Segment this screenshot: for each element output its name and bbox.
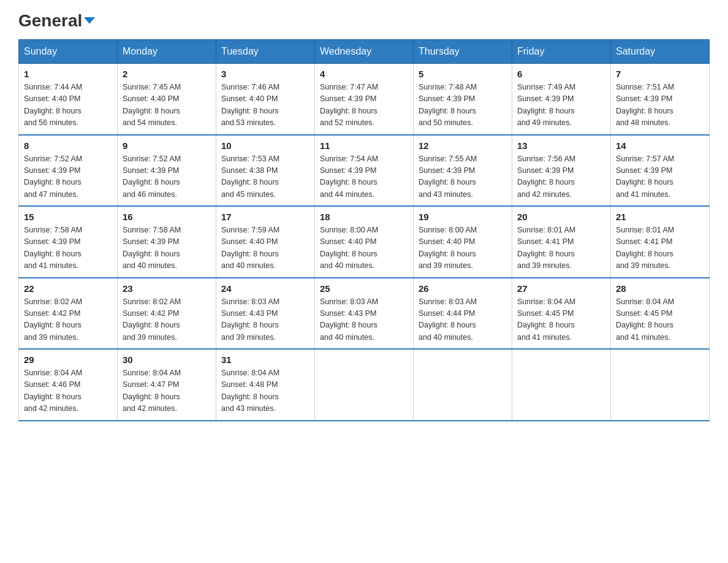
day-info: Sunrise: 7:48 AMSunset: 4:39 PMDaylight:…	[419, 82, 507, 129]
calendar-cell: 3 Sunrise: 7:46 AMSunset: 4:40 PMDayligh…	[216, 64, 315, 135]
calendar-cell: 27 Sunrise: 8:04 AMSunset: 4:45 PMDaylig…	[512, 278, 611, 350]
calendar-cell: 14 Sunrise: 7:57 AMSunset: 4:39 PMDaylig…	[611, 135, 710, 207]
day-info: Sunrise: 8:04 AMSunset: 4:47 PMDaylight:…	[123, 367, 211, 415]
calendar-cell: 2 Sunrise: 7:45 AMSunset: 4:40 PMDayligh…	[118, 64, 216, 135]
calendar-cell: 20 Sunrise: 8:01 AMSunset: 4:41 PMDaylig…	[512, 206, 611, 278]
day-number: 25	[320, 283, 408, 294]
day-info: Sunrise: 7:57 AMSunset: 4:39 PMDaylight:…	[616, 153, 704, 201]
calendar-cell: 24 Sunrise: 8:03 AMSunset: 4:43 PMDaylig…	[216, 278, 315, 350]
header-day-friday: Friday	[512, 40, 611, 64]
week-row-2: 8 Sunrise: 7:52 AMSunset: 4:39 PMDayligh…	[19, 135, 710, 207]
day-info: Sunrise: 8:00 AMSunset: 4:40 PMDaylight:…	[320, 224, 408, 272]
week-row-4: 22 Sunrise: 8:02 AMSunset: 4:42 PMDaylig…	[19, 278, 710, 350]
calendar-cell: 5 Sunrise: 7:48 AMSunset: 4:39 PMDayligh…	[414, 64, 512, 135]
day-info: Sunrise: 7:56 AMSunset: 4:39 PMDaylight:…	[517, 153, 605, 201]
day-number: 29	[24, 354, 112, 365]
day-number: 10	[221, 140, 309, 151]
calendar-cell	[611, 349, 710, 421]
day-info: Sunrise: 7:49 AMSunset: 4:39 PMDaylight:…	[517, 82, 605, 129]
header-day-saturday: Saturday	[611, 40, 710, 64]
calendar-cell: 18 Sunrise: 8:00 AMSunset: 4:40 PMDaylig…	[315, 206, 414, 278]
day-info: Sunrise: 7:58 AMSunset: 4:39 PMDaylight:…	[123, 224, 211, 272]
day-info: Sunrise: 8:04 AMSunset: 4:45 PMDaylight:…	[616, 296, 704, 344]
day-info: Sunrise: 7:59 AMSunset: 4:40 PMDaylight:…	[221, 224, 309, 272]
calendar-cell: 15 Sunrise: 7:58 AMSunset: 4:39 PMDaylig…	[19, 206, 118, 278]
day-number: 17	[221, 212, 309, 222]
calendar-cell: 7 Sunrise: 7:51 AMSunset: 4:39 PMDayligh…	[611, 64, 710, 135]
page-header: General	[18, 12, 710, 27]
day-number: 12	[419, 140, 507, 151]
header-day-tuesday: Tuesday	[216, 40, 315, 64]
day-number: 6	[517, 69, 605, 79]
day-info: Sunrise: 7:45 AMSunset: 4:40 PMDaylight:…	[123, 82, 211, 129]
calendar-cell: 10 Sunrise: 7:53 AMSunset: 4:38 PMDaylig…	[216, 135, 315, 207]
day-info: Sunrise: 8:03 AMSunset: 4:44 PMDaylight:…	[419, 296, 507, 344]
day-number: 28	[616, 283, 704, 294]
header-day-sunday: Sunday	[19, 40, 118, 64]
header-row: SundayMondayTuesdayWednesdayThursdayFrid…	[19, 40, 710, 64]
calendar-cell: 12 Sunrise: 7:55 AMSunset: 4:39 PMDaylig…	[414, 135, 512, 207]
calendar-cell: 31 Sunrise: 8:04 AMSunset: 4:48 PMDaylig…	[216, 349, 315, 421]
header-day-wednesday: Wednesday	[315, 40, 414, 64]
day-number: 23	[123, 283, 211, 294]
calendar-cell: 6 Sunrise: 7:49 AMSunset: 4:39 PMDayligh…	[512, 64, 611, 135]
week-row-3: 15 Sunrise: 7:58 AMSunset: 4:39 PMDaylig…	[19, 206, 710, 278]
week-row-1: 1 Sunrise: 7:44 AMSunset: 4:40 PMDayligh…	[19, 64, 710, 135]
day-number: 16	[123, 212, 211, 222]
day-number: 21	[616, 212, 704, 222]
calendar-cell	[414, 349, 512, 421]
day-number: 18	[320, 212, 408, 222]
day-number: 2	[123, 69, 211, 79]
day-info: Sunrise: 8:00 AMSunset: 4:40 PMDaylight:…	[419, 224, 507, 272]
calendar-cell: 9 Sunrise: 7:52 AMSunset: 4:39 PMDayligh…	[118, 135, 216, 207]
day-number: 1	[24, 69, 112, 79]
day-info: Sunrise: 7:55 AMSunset: 4:39 PMDaylight:…	[419, 153, 507, 201]
calendar-cell: 21 Sunrise: 8:01 AMSunset: 4:41 PMDaylig…	[611, 206, 710, 278]
day-info: Sunrise: 8:04 AMSunset: 4:45 PMDaylight:…	[517, 296, 605, 344]
day-info: Sunrise: 8:04 AMSunset: 4:48 PMDaylight:…	[221, 367, 309, 415]
day-info: Sunrise: 7:53 AMSunset: 4:38 PMDaylight:…	[221, 153, 309, 201]
day-info: Sunrise: 8:04 AMSunset: 4:46 PMDaylight:…	[24, 367, 112, 415]
day-number: 4	[320, 69, 408, 79]
day-info: Sunrise: 8:02 AMSunset: 4:42 PMDaylight:…	[24, 296, 112, 344]
day-number: 14	[616, 140, 704, 151]
week-row-5: 29 Sunrise: 8:04 AMSunset: 4:46 PMDaylig…	[19, 349, 710, 421]
calendar-cell: 17 Sunrise: 7:59 AMSunset: 4:40 PMDaylig…	[216, 206, 315, 278]
day-number: 20	[517, 212, 605, 222]
day-number: 11	[320, 140, 408, 151]
logo: General	[18, 12, 95, 27]
calendar-cell: 30 Sunrise: 8:04 AMSunset: 4:47 PMDaylig…	[118, 349, 216, 421]
day-number: 24	[221, 283, 309, 294]
calendar-cell: 8 Sunrise: 7:52 AMSunset: 4:39 PMDayligh…	[19, 135, 118, 207]
day-number: 3	[221, 69, 309, 79]
day-info: Sunrise: 8:01 AMSunset: 4:41 PMDaylight:…	[517, 224, 605, 272]
day-number: 31	[221, 354, 309, 365]
calendar-table: SundayMondayTuesdayWednesdayThursdayFrid…	[18, 39, 710, 421]
day-number: 13	[517, 140, 605, 151]
calendar-cell: 1 Sunrise: 7:44 AMSunset: 4:40 PMDayligh…	[19, 64, 118, 135]
day-number: 22	[24, 283, 112, 294]
day-info: Sunrise: 7:52 AMSunset: 4:39 PMDaylight:…	[24, 153, 112, 201]
calendar-cell: 25 Sunrise: 8:03 AMSunset: 4:43 PMDaylig…	[315, 278, 414, 350]
calendar-cell: 23 Sunrise: 8:02 AMSunset: 4:42 PMDaylig…	[118, 278, 216, 350]
day-number: 5	[419, 69, 507, 79]
day-info: Sunrise: 7:54 AMSunset: 4:39 PMDaylight:…	[320, 153, 408, 201]
calendar-cell: 11 Sunrise: 7:54 AMSunset: 4:39 PMDaylig…	[315, 135, 414, 207]
calendar-cell: 4 Sunrise: 7:47 AMSunset: 4:39 PMDayligh…	[315, 64, 414, 135]
day-info: Sunrise: 7:47 AMSunset: 4:39 PMDaylight:…	[320, 82, 408, 129]
day-number: 30	[123, 354, 211, 365]
calendar-cell	[512, 349, 611, 421]
calendar-cell: 22 Sunrise: 8:02 AMSunset: 4:42 PMDaylig…	[19, 278, 118, 350]
day-info: Sunrise: 7:46 AMSunset: 4:40 PMDaylight:…	[221, 82, 309, 129]
calendar-cell: 13 Sunrise: 7:56 AMSunset: 4:39 PMDaylig…	[512, 135, 611, 207]
day-number: 15	[24, 212, 112, 222]
day-info: Sunrise: 8:01 AMSunset: 4:41 PMDaylight:…	[616, 224, 704, 272]
calendar-cell: 29 Sunrise: 8:04 AMSunset: 4:46 PMDaylig…	[19, 349, 118, 421]
day-info: Sunrise: 8:03 AMSunset: 4:43 PMDaylight:…	[221, 296, 309, 344]
day-info: Sunrise: 7:51 AMSunset: 4:39 PMDaylight:…	[616, 82, 704, 129]
day-info: Sunrise: 7:58 AMSunset: 4:39 PMDaylight:…	[24, 224, 112, 272]
calendar-cell: 19 Sunrise: 8:00 AMSunset: 4:40 PMDaylig…	[414, 206, 512, 278]
header-day-thursday: Thursday	[414, 40, 512, 64]
calendar-cell: 26 Sunrise: 8:03 AMSunset: 4:44 PMDaylig…	[414, 278, 512, 350]
day-info: Sunrise: 7:44 AMSunset: 4:40 PMDaylight:…	[24, 82, 112, 129]
